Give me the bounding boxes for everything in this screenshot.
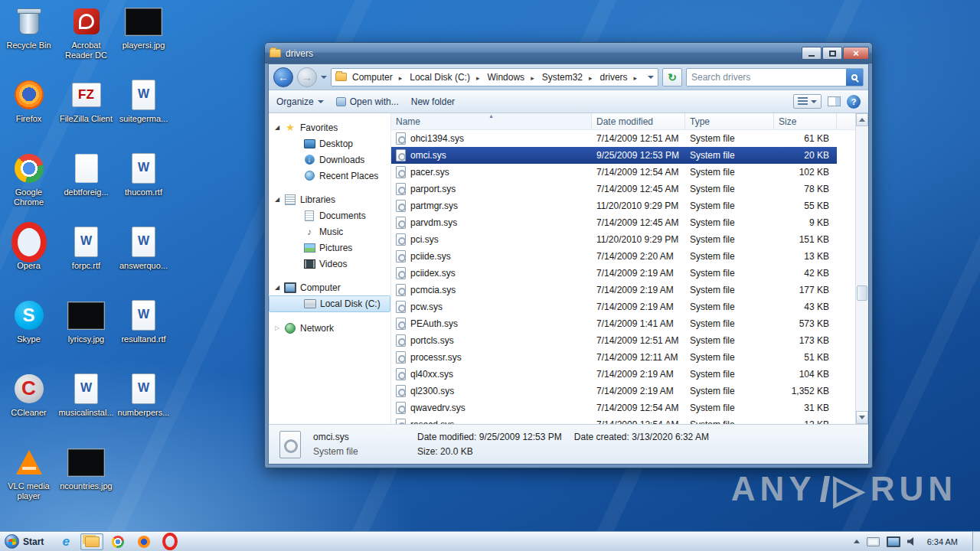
column-header-name[interactable]: ▴ Name — [391, 113, 592, 129]
scroll-up-button[interactable] — [856, 113, 868, 126]
nav-expander-icon[interactable] — [275, 324, 284, 331]
taskbar-app-button[interactable] — [80, 533, 103, 550]
forward-button[interactable]: → — [297, 67, 317, 87]
breadcrumb-item[interactable]: drivers — [595, 70, 640, 85]
refresh-button[interactable]: ↻ — [662, 68, 682, 86]
show-desktop-button[interactable] — [972, 532, 980, 551]
desktop-icon[interactable]: Skype — [0, 295, 57, 369]
nav-item[interactable]: Libraries — [269, 191, 390, 207]
breadcrumb-item[interactable]: Local Disk (C:) — [404, 70, 482, 85]
nav-item[interactable]: Desktop — [269, 135, 390, 152]
breadcrumb-item[interactable]: Computer — [347, 70, 404, 85]
desktop-icon[interactable]: Recycle Bin — [0, 2, 57, 75]
file-row[interactable]: ql2300.sys 7/14/2009 2:19 AM System file… — [391, 383, 837, 399]
desktop-icon[interactable]: Acrobat Reader DC — [57, 2, 115, 75]
minimize-button[interactable] — [802, 47, 822, 60]
change-view-button[interactable] — [793, 94, 822, 109]
column-header-size[interactable]: Size — [774, 113, 837, 129]
start-button[interactable]: Start — [0, 532, 51, 551]
titlebar[interactable]: drivers — [265, 43, 872, 64]
file-row[interactable]: portcls.sys 7/14/2009 12:51 AM System fi… — [391, 332, 837, 349]
file-row[interactable]: pacer.sys 7/14/2009 12:54 AM System file… — [391, 164, 837, 181]
column-header-date-modified[interactable]: Date modified — [592, 113, 685, 129]
taskbar-app-button[interactable] — [54, 533, 77, 550]
close-button[interactable] — [843, 47, 869, 60]
file-row[interactable]: pciidex.sys 7/14/2009 2:19 AM System fil… — [391, 265, 837, 282]
file-row[interactable]: pciide.sys 7/14/2009 2:20 AM System file… — [391, 248, 837, 265]
tray-icon[interactable] — [867, 537, 880, 546]
desktop-icon[interactable]: resultand.rtf — [115, 295, 172, 369]
organize-label: Organize — [276, 96, 314, 107]
scroll-down-button[interactable] — [856, 411, 868, 424]
desktop-icon[interactable]: playersi.jpg — [115, 2, 172, 75]
file-row[interactable]: pcw.sys 7/14/2009 2:19 AM System file 43… — [391, 298, 837, 315]
desktop-icon[interactable]: Opera — [0, 222, 57, 295]
nav-item[interactable]: Videos — [269, 256, 390, 272]
file-row[interactable]: omci.sys 9/25/2009 12:53 PM System file … — [391, 147, 837, 164]
show-hidden-icons-button[interactable] — [854, 540, 860, 543]
column-header-type[interactable]: Type — [685, 113, 774, 129]
desktop-icon[interactable]: musicalinstal... — [57, 369, 115, 442]
desktop-icon[interactable]: thucom.rtf — [115, 148, 172, 222]
breadcrumb-dropdown-caret[interactable] — [648, 76, 654, 79]
nav-item[interactable]: Local Disk (C:) — [269, 295, 390, 312]
desktop-icon[interactable]: lyricsy.jpg — [57, 295, 115, 369]
back-button[interactable]: ← — [273, 67, 293, 87]
nav-item[interactable]: Documents — [269, 207, 390, 223]
desktop-icon[interactable]: Google Chrome — [0, 148, 57, 222]
nav-item[interactable]: Computer — [269, 279, 390, 295]
desktop-icon[interactable]: forpc.rtf — [57, 222, 115, 295]
desktop-icon[interactable]: ncountries.jpg — [57, 442, 115, 516]
new-folder-button[interactable]: New folder — [411, 96, 455, 107]
search-button[interactable] — [846, 69, 863, 86]
nav-item[interactable]: Downloads — [269, 152, 390, 168]
breadcrumb-item[interactable]: Windows — [482, 70, 536, 85]
file-row[interactable]: parport.sys 7/14/2009 12:45 AM System fi… — [391, 181, 837, 197]
help-button[interactable]: ? — [847, 95, 861, 109]
desktop-icon[interactable]: FileZilla Client — [57, 75, 115, 148]
desktop-icon[interactable]: CCleaner — [0, 369, 57, 442]
vertical-scrollbar[interactable] — [855, 113, 868, 424]
file-row[interactable]: pci.sys 11/20/2010 9:29 PM System file 1… — [391, 231, 837, 248]
nav-item[interactable]: Music — [269, 223, 390, 240]
breadcrumb-item[interactable]: System32 — [537, 70, 595, 85]
file-row[interactable]: partmgr.sys 11/20/2010 9:29 PM System fi… — [391, 197, 837, 214]
taskbar-clock[interactable]: 6:34 AM — [924, 537, 965, 546]
breadcrumb[interactable]: Computer Local Disk (C:) Windows System3… — [331, 68, 658, 86]
desktop-icon[interactable]: numberpers... — [115, 369, 172, 442]
nav-expander-icon[interactable] — [275, 284, 284, 291]
desktop-icon[interactable]: answerquo... — [115, 222, 172, 295]
file-row[interactable]: qwavedrv.sys 7/14/2009 12:54 AM System f… — [391, 399, 837, 416]
desktop-icon[interactable]: Firefox — [0, 75, 57, 148]
taskbar-app-button[interactable] — [158, 533, 181, 550]
scrollbar-thumb[interactable] — [857, 285, 867, 301]
desktop-icon[interactable]: debtforeig... — [57, 148, 115, 222]
file-row[interactable]: pcmcia.sys 7/14/2009 2:19 AM System file… — [391, 282, 837, 298]
scrollbar-track[interactable] — [856, 126, 868, 411]
organize-button[interactable]: Organize — [276, 96, 324, 107]
nav-item[interactable]: Favorites — [269, 119, 390, 135]
open-with-button[interactable]: Open with... — [336, 96, 399, 107]
desktop-icon-label: Firefox — [16, 114, 42, 124]
desktop-icon[interactable]: VLC media player — [0, 442, 57, 516]
taskbar-app-button[interactable] — [106, 533, 129, 550]
nav-expander-icon[interactable] — [275, 196, 284, 203]
nav-item[interactable]: Pictures — [269, 240, 390, 256]
taskbar-app-button[interactable] — [132, 533, 155, 550]
file-row[interactable]: PEAuth.sys 7/14/2009 1:41 AM System file… — [391, 315, 837, 332]
history-dropdown-caret[interactable] — [321, 76, 327, 79]
tray-icon[interactable] — [907, 536, 917, 546]
desktop-icon[interactable]: suitegerma... — [115, 75, 172, 148]
nav-item[interactable]: Network — [269, 320, 390, 336]
file-row[interactable]: parvdm.sys 7/14/2009 12:45 AM System fil… — [391, 214, 837, 231]
tray-icon[interactable] — [887, 536, 900, 547]
file-row[interactable]: ql40xx.sys 7/14/2009 2:19 AM System file… — [391, 366, 837, 383]
file-row[interactable]: ohci1394.sys 7/14/2009 12:51 AM System f… — [391, 130, 837, 147]
search-input[interactable] — [687, 72, 846, 83]
file-row[interactable]: rasacd.sys 7/14/2009 12:54 AM System fil… — [391, 416, 837, 424]
nav-expander-icon[interactable] — [275, 124, 284, 131]
file-row[interactable]: processr.sys 7/14/2009 12:11 AM System f… — [391, 349, 837, 366]
preview-pane-button[interactable] — [828, 96, 841, 106]
nav-item[interactable]: Recent Places — [269, 168, 390, 184]
maximize-button[interactable] — [822, 47, 842, 60]
